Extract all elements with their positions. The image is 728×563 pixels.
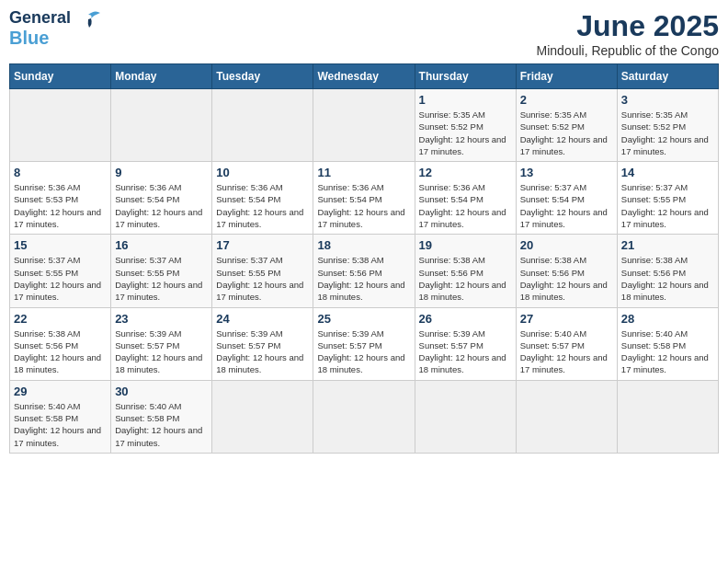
day-number: 28 bbox=[621, 312, 714, 326]
calendar-cell: 21 Sunrise: 5:38 AM Sunset: 5:56 PM Dayl… bbox=[617, 235, 718, 307]
day-info: Sunrise: 5:37 AM Sunset: 5:54 PM Dayligh… bbox=[520, 181, 613, 230]
calendar-cell: 30 Sunrise: 5:40 AM Sunset: 5:58 PM Dayl… bbox=[111, 380, 212, 453]
calendar-cell: 3 Sunrise: 5:35 AM Sunset: 5:52 PM Dayli… bbox=[617, 89, 718, 162]
calendar-cell bbox=[313, 380, 415, 453]
calendar-week-row: 22 Sunrise: 5:38 AM Sunset: 5:56 PM Dayl… bbox=[10, 307, 719, 380]
day-number: 11 bbox=[317, 166, 410, 179]
calendar-cell: 2 Sunrise: 5:35 AM Sunset: 5:52 PM Dayli… bbox=[516, 89, 617, 162]
day-number: 26 bbox=[419, 312, 512, 326]
calendar-week-row: 15 Sunrise: 5:37 AM Sunset: 5:55 PM Dayl… bbox=[10, 235, 719, 307]
day-number: 24 bbox=[216, 312, 309, 326]
month-year-title: June 2025 bbox=[537, 9, 719, 43]
logo: General Blue bbox=[9, 9, 102, 49]
day-info: Sunrise: 5:38 AM Sunset: 5:56 PM Dayligh… bbox=[621, 254, 714, 303]
day-number: 27 bbox=[520, 312, 613, 326]
day-info: Sunrise: 5:40 AM Sunset: 5:58 PM Dayligh… bbox=[621, 327, 714, 376]
calendar-cell: 8 Sunrise: 5:36 AM Sunset: 5:53 PM Dayli… bbox=[10, 162, 111, 235]
title-area: June 2025 Mindouli, Republic of the Cong… bbox=[537, 9, 719, 58]
logo-text: General Blue bbox=[9, 9, 71, 49]
day-number: 17 bbox=[216, 238, 309, 252]
calendar-cell: 27 Sunrise: 5:40 AM Sunset: 5:57 PM Dayl… bbox=[516, 307, 617, 380]
day-info: Sunrise: 5:37 AM Sunset: 5:55 PM Dayligh… bbox=[14, 254, 107, 303]
day-number: 15 bbox=[14, 238, 107, 252]
day-number: 14 bbox=[621, 166, 714, 179]
day-number: 19 bbox=[419, 238, 512, 252]
calendar-header-row: SundayMondayTuesdayWednesdayThursdayFrid… bbox=[10, 64, 719, 89]
calendar-cell: 25 Sunrise: 5:39 AM Sunset: 5:57 PM Dayl… bbox=[313, 307, 415, 380]
day-info: Sunrise: 5:35 AM Sunset: 5:52 PM Dayligh… bbox=[419, 109, 512, 157]
column-header-saturday: Saturday bbox=[617, 64, 718, 89]
calendar-cell bbox=[111, 89, 212, 162]
calendar-cell: 11 Sunrise: 5:36 AM Sunset: 5:54 PM Dayl… bbox=[313, 162, 415, 235]
day-number: 8 bbox=[14, 166, 107, 179]
calendar-cell: 23 Sunrise: 5:39 AM Sunset: 5:57 PM Dayl… bbox=[111, 307, 212, 380]
day-info: Sunrise: 5:36 AM Sunset: 5:54 PM Dayligh… bbox=[317, 181, 410, 230]
calendar-cell: 24 Sunrise: 5:39 AM Sunset: 5:57 PM Dayl… bbox=[212, 307, 313, 380]
day-info: Sunrise: 5:39 AM Sunset: 5:57 PM Dayligh… bbox=[115, 327, 208, 376]
calendar-cell: 17 Sunrise: 5:37 AM Sunset: 5:55 PM Dayl… bbox=[212, 235, 313, 307]
day-number: 20 bbox=[520, 238, 613, 252]
column-header-friday: Friday bbox=[516, 64, 617, 89]
day-number: 2 bbox=[520, 93, 613, 107]
day-info: Sunrise: 5:35 AM Sunset: 5:52 PM Dayligh… bbox=[621, 109, 714, 157]
column-header-wednesday: Wednesday bbox=[313, 64, 415, 89]
calendar-cell bbox=[313, 89, 415, 162]
calendar-cell: 12 Sunrise: 5:36 AM Sunset: 5:54 PM Dayl… bbox=[415, 162, 516, 235]
day-number: 30 bbox=[115, 385, 208, 398]
calendar-week-row: 1 Sunrise: 5:35 AM Sunset: 5:52 PM Dayli… bbox=[10, 89, 719, 162]
calendar-cell bbox=[212, 89, 313, 162]
calendar-cell: 16 Sunrise: 5:37 AM Sunset: 5:55 PM Dayl… bbox=[111, 235, 212, 307]
day-info: Sunrise: 5:38 AM Sunset: 5:56 PM Dayligh… bbox=[14, 327, 107, 376]
calendar-cell: 29 Sunrise: 5:40 AM Sunset: 5:58 PM Dayl… bbox=[10, 380, 111, 453]
day-number: 1 bbox=[419, 93, 512, 107]
calendar-week-row: 8 Sunrise: 5:36 AM Sunset: 5:53 PM Dayli… bbox=[10, 162, 719, 235]
calendar-cell: 22 Sunrise: 5:38 AM Sunset: 5:56 PM Dayl… bbox=[10, 307, 111, 380]
day-info: Sunrise: 5:35 AM Sunset: 5:52 PM Dayligh… bbox=[520, 109, 613, 157]
day-info: Sunrise: 5:36 AM Sunset: 5:54 PM Dayligh… bbox=[216, 181, 309, 230]
calendar-cell: 19 Sunrise: 5:38 AM Sunset: 5:56 PM Dayl… bbox=[415, 235, 516, 307]
day-number: 13 bbox=[520, 166, 613, 179]
day-info: Sunrise: 5:36 AM Sunset: 5:53 PM Dayligh… bbox=[14, 181, 107, 230]
logo-bird-icon bbox=[74, 7, 102, 35]
day-info: Sunrise: 5:38 AM Sunset: 5:56 PM Dayligh… bbox=[520, 254, 613, 303]
day-info: Sunrise: 5:39 AM Sunset: 5:57 PM Dayligh… bbox=[216, 327, 309, 376]
day-number: 23 bbox=[115, 312, 208, 326]
day-info: Sunrise: 5:37 AM Sunset: 5:55 PM Dayligh… bbox=[216, 254, 309, 303]
calendar-cell: 15 Sunrise: 5:37 AM Sunset: 5:55 PM Dayl… bbox=[10, 235, 111, 307]
calendar-week-row: 29 Sunrise: 5:40 AM Sunset: 5:58 PM Dayl… bbox=[10, 380, 719, 453]
calendar-cell bbox=[617, 380, 718, 453]
day-info: Sunrise: 5:40 AM Sunset: 5:58 PM Dayligh… bbox=[115, 400, 208, 449]
column-header-monday: Monday bbox=[111, 64, 212, 89]
day-number: 22 bbox=[14, 312, 107, 326]
day-number: 18 bbox=[317, 238, 410, 252]
day-info: Sunrise: 5:39 AM Sunset: 5:57 PM Dayligh… bbox=[419, 327, 512, 376]
day-info: Sunrise: 5:37 AM Sunset: 5:55 PM Dayligh… bbox=[115, 254, 208, 303]
calendar-cell: 20 Sunrise: 5:38 AM Sunset: 5:56 PM Dayl… bbox=[516, 235, 617, 307]
day-number: 16 bbox=[115, 238, 208, 252]
day-number: 29 bbox=[14, 385, 107, 398]
calendar-cell: 10 Sunrise: 5:36 AM Sunset: 5:54 PM Dayl… bbox=[212, 162, 313, 235]
calendar-cell: 14 Sunrise: 5:37 AM Sunset: 5:55 PM Dayl… bbox=[617, 162, 718, 235]
day-number: 12 bbox=[419, 166, 512, 179]
calendar-cell: 13 Sunrise: 5:37 AM Sunset: 5:54 PM Dayl… bbox=[516, 162, 617, 235]
calendar-cell: 28 Sunrise: 5:40 AM Sunset: 5:58 PM Dayl… bbox=[617, 307, 718, 380]
calendar-cell bbox=[10, 89, 111, 162]
day-number: 10 bbox=[216, 166, 309, 179]
calendar-cell: 18 Sunrise: 5:38 AM Sunset: 5:56 PM Dayl… bbox=[313, 235, 415, 307]
column-header-sunday: Sunday bbox=[10, 64, 111, 89]
header: General Blue June 2025 Mindouli, Republi… bbox=[9, 9, 719, 58]
day-info: Sunrise: 5:39 AM Sunset: 5:57 PM Dayligh… bbox=[317, 327, 410, 376]
calendar-cell bbox=[516, 380, 617, 453]
column-header-thursday: Thursday bbox=[415, 64, 516, 89]
calendar-cell bbox=[212, 380, 313, 453]
column-header-tuesday: Tuesday bbox=[212, 64, 313, 89]
day-number: 9 bbox=[115, 166, 208, 179]
calendar-cell: 9 Sunrise: 5:36 AM Sunset: 5:54 PM Dayli… bbox=[111, 162, 212, 235]
day-number: 25 bbox=[317, 312, 410, 326]
day-info: Sunrise: 5:36 AM Sunset: 5:54 PM Dayligh… bbox=[419, 181, 512, 230]
day-info: Sunrise: 5:36 AM Sunset: 5:54 PM Dayligh… bbox=[115, 181, 208, 230]
day-info: Sunrise: 5:40 AM Sunset: 5:57 PM Dayligh… bbox=[520, 327, 613, 376]
day-info: Sunrise: 5:40 AM Sunset: 5:58 PM Dayligh… bbox=[14, 400, 107, 449]
day-info: Sunrise: 5:38 AM Sunset: 5:56 PM Dayligh… bbox=[317, 254, 410, 303]
day-number: 21 bbox=[621, 238, 714, 252]
